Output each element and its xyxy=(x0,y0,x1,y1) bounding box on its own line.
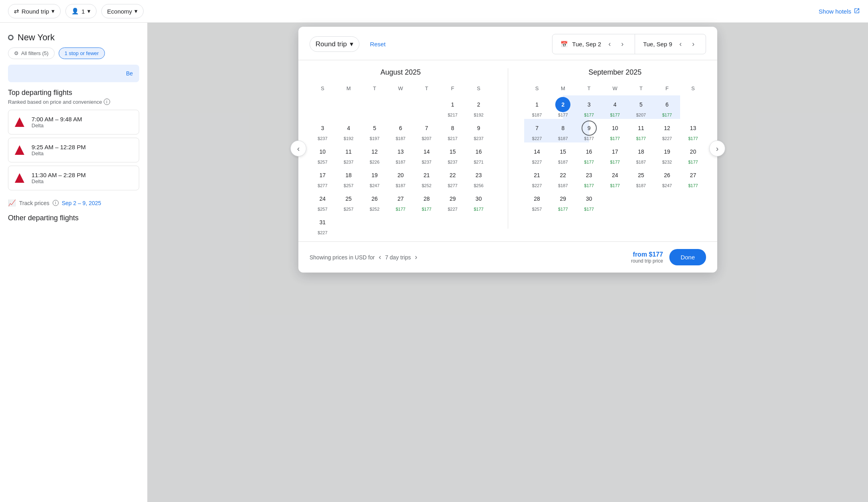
passengers-count: 1 xyxy=(81,8,85,15)
show-hotels-link[interactable]: Show hotels xyxy=(819,8,860,15)
cabin-class-selector[interactable]: Economy ▾ xyxy=(101,4,144,18)
cabin-class-label: Economy xyxy=(107,8,132,15)
round-trip-icon: ⇄ xyxy=(14,8,19,15)
show-hotels-label: Show hotels xyxy=(819,8,851,15)
round-trip-label: Round trip xyxy=(22,8,49,15)
top-bar: ⇄ Round trip ▾ 👤 1 ▾ Economy ▾ Show hote… xyxy=(0,0,868,23)
person-icon: 👤 xyxy=(71,8,79,15)
passengers-selector[interactable]: 👤 1 ▾ xyxy=(65,4,96,18)
round-trip-chevron: ▾ xyxy=(51,8,55,15)
cabin-class-chevron: ▾ xyxy=(134,8,138,15)
round-trip-selector[interactable]: ⇄ Round trip ▾ xyxy=(8,4,61,18)
passengers-chevron: ▾ xyxy=(87,8,91,15)
external-link-icon xyxy=(854,8,860,15)
